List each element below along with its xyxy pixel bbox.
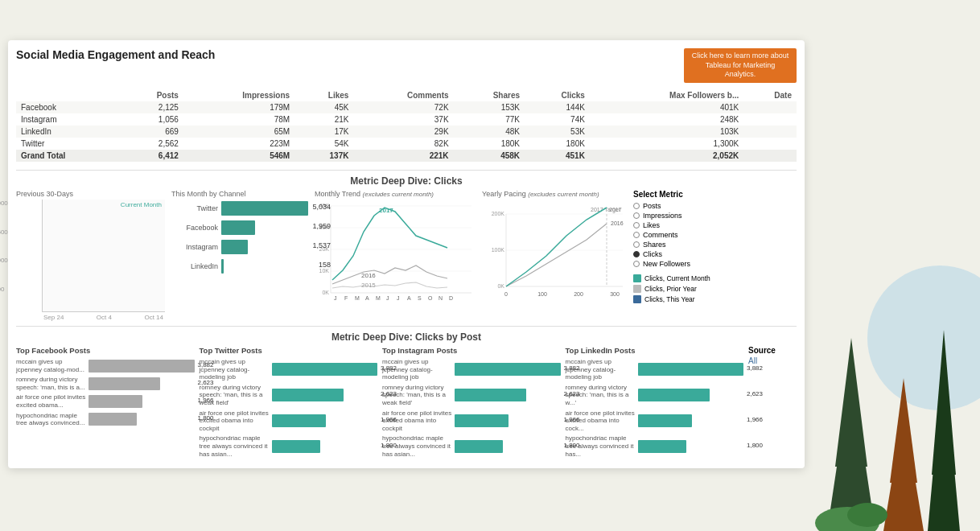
post-bar-wrap: 1,800 [272,440,378,453]
channel-label-twitter: Twitter [171,204,218,212]
post-bar-wrap: 3,882 [89,360,195,373]
list-item: hypochondriac maple tree always convince… [382,434,561,458]
chart-yearly-pacing: Yearly Pacing (excludes current month) 2… [482,190,627,306]
svg-marker-2 [835,338,867,467]
linkedin-comments: 29K [353,126,453,138]
instagram-date [743,113,797,126]
social-media-table: Posts Impressions Likes Comments Shares … [16,89,797,162]
col-shares: Shares [454,89,525,101]
facebook-likes: 45K [294,101,353,113]
post-bar-wrap: 1,800 [638,440,744,453]
metric-legend: Clicks, Current Month Clicks, Prior Year… [633,274,722,303]
svg-text:2016: 2016 [361,272,376,279]
post-bar [638,440,686,453]
post-bar-wrap: 2,623 [89,377,195,390]
svg-text:J: J [334,295,337,301]
metric-option-clicks[interactable]: Clicks [633,250,722,258]
post-bar [455,414,509,427]
instagram-posts-title: Top Instagram Posts [382,346,561,355]
top-instagram-posts: Top Instagram Posts mccain gives up jcpe… [382,346,561,460]
list-item: mccain gives up jcpenney catalog-mod... … [16,358,195,373]
post-text: hypochondriac maple tree always convince… [16,412,89,427]
radio-clicks[interactable] [633,251,640,257]
channel-row-instagram: Instagram 1,537 [171,240,308,254]
svg-text:A: A [365,295,369,301]
total-impressions: 546M [183,150,294,162]
dashboard-title: Social Media Engagement and Reach [16,48,215,61]
list-item: romney during victory speech: 'man, this… [566,384,744,407]
metric-clicks-title: Metric Deep Dive: Clicks [16,170,797,187]
post-value: 1,966 [747,416,763,423]
tableau-button[interactable]: Click here to learn more about Tableau f… [684,48,797,83]
post-value: 1,966 [381,416,397,423]
metric-option-newfollowers[interactable]: New Followers [633,260,722,268]
monthly-trend-svg: 40K 30K 20K 10K 0K J [315,200,476,304]
post-bar [272,440,320,453]
svg-text:2017: 2017 [609,207,622,212]
linkedin-clicks: 53K [525,126,590,138]
post-bar [89,377,160,390]
list-item: mccain gives up jcpenney catalog-modelin… [200,358,378,381]
instagram-maxfollowers: 248K [590,113,743,126]
post-text: mccain gives up jcpenney catalog-mod... [16,358,89,373]
post-value: 1,966 [563,416,579,423]
list-item: hypochondriac maple tree always convince… [200,434,378,458]
channel-label-facebook: Facebook [171,224,218,232]
radio-comments[interactable] [633,232,640,238]
metric-option-likes[interactable]: Likes [633,221,722,229]
metric-option-impressions[interactable]: Impressions [633,212,722,220]
prev30-title: Previous 30-Days [16,190,165,198]
metric-option-shares[interactable]: Shares [633,241,722,249]
platform-facebook: Facebook [16,101,121,113]
prev30-y-labels: 2000 1500 1000 500 0 [0,200,8,321]
source-title: Source [748,346,797,355]
background-trees [803,209,980,531]
post-bar-wrap: 3,882 [272,363,378,376]
current-month-label: Current Month [121,201,162,208]
prev30-x-labels: Sep 24 Oct 4 Oct 14 [42,314,165,321]
list-item: romney during victory speech: 'man, this… [16,376,195,391]
channel-bars: Twitter 5,034 Facebook 1,959 Instagram [171,201,308,274]
col-clicks: Clicks [525,89,590,101]
svg-point-0 [867,266,980,410]
channel-label-linkedin: LinkedIn [171,262,218,270]
radio-newfollowers[interactable] [633,261,640,267]
metric-option-comments[interactable]: Comments [633,231,722,239]
facebook-maxfollowers: 401K [590,101,743,113]
facebook-clicks: 144K [525,101,590,113]
metric-option-posts[interactable]: Posts [633,202,722,210]
prev30-chart-area: Current Month [42,200,165,312]
post-bar [272,363,378,376]
svg-text:F: F [344,295,348,301]
legend-dot-current [633,274,641,282]
metric-label-impressions: Impressions [643,212,682,220]
svg-text:2016: 2016 [611,220,624,226]
post-bar-wrap: 1,800 [89,413,195,426]
post-bar-wrap: 1,966 [272,414,378,427]
radio-impressions[interactable] [633,212,640,219]
radio-likes[interactable] [633,222,640,228]
radio-posts[interactable] [633,203,640,209]
instagram-impressions: 78M [183,113,294,126]
table-row: Facebook 2,125 179M 45K 72K 153K 144K 40… [16,101,797,113]
table-row-grand-total: Grand Total 6,412 546M 137K 221K 458K 45… [16,150,797,162]
svg-text:0K: 0K [497,283,504,289]
post-value: 2,623 [747,390,763,397]
list-item: hypochondriac maple tree always convince… [566,434,744,458]
source-value[interactable]: All [748,356,797,365]
post-bar-wrap: 3,882 [455,363,561,376]
channel-val-twitter: 5,034 [312,203,331,211]
instagram-posts: 1,056 [121,113,183,126]
svg-text:200: 200 [574,291,583,297]
post-value: 2,623 [563,390,579,397]
twitter-impressions: 223M [183,138,294,150]
post-bar-wrap: 2,623 [272,389,378,401]
select-metric-panel: Select Metric Posts Impressions Likes Co… [633,190,722,306]
total-comments: 221K [353,150,453,162]
channel-bar-instagram [221,240,248,254]
post-value: 1,800 [563,442,579,449]
radio-shares[interactable] [633,241,640,248]
total-posts: 6,412 [121,150,183,162]
linkedin-impressions: 65M [183,126,294,138]
svg-text:D: D [449,295,453,301]
